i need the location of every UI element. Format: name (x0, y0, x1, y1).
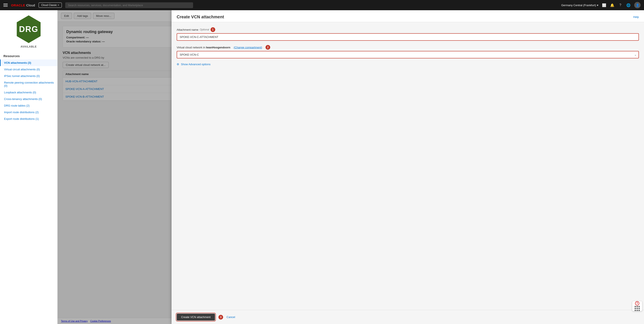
modal-footer: Create VCN attachment 3 Cancel (172, 310, 644, 324)
globe-icon[interactable]: 🌐 (626, 3, 631, 8)
vcn-select-wrapper: SPOKE-VCN-C (177, 51, 639, 58)
filter-icon: ⚙ (177, 63, 179, 66)
hamburger-menu[interactable] (4, 4, 8, 6)
create-vcn-attachment-button[interactable]: Create VCN attachment (177, 314, 215, 320)
content-area: Edit Add tags Move reso... Dynamic routi… (58, 10, 644, 324)
cancel-button[interactable]: Cancel (226, 316, 235, 319)
chevron-down-icon: ▾ (597, 4, 598, 7)
step-2-badge: 2 (266, 45, 270, 50)
modal-overlay: Create VCN attachment Help Attachment na… (58, 10, 644, 324)
attachment-name-input[interactable] (177, 33, 639, 41)
help-widget[interactable]: ? (632, 301, 642, 311)
step-1-badge: 1 (210, 27, 215, 32)
search-input[interactable] (65, 2, 193, 8)
vcn-select-group: Virtual cloud network in IwanHoogendoorn… (177, 45, 639, 58)
vcn-label: Virtual cloud network in IwanHoogendoorn… (177, 45, 639, 50)
sidebar-item-drg-route-tables[interactable]: DRG route tables (2) (0, 102, 57, 109)
sidebar: DRG AVAILABLE Resources VCN attachments … (0, 10, 58, 324)
sidebar-item-cross-tenancy[interactable]: Cross-tenancy attachments (0) (0, 96, 57, 102)
main-layout: DRG AVAILABLE Resources VCN attachments … (0, 10, 644, 324)
console-icon[interactable]: ⬜ (602, 3, 606, 8)
modal-panel: Create VCN attachment Help Attachment na… (172, 10, 644, 324)
sidebar-item-export-route[interactable]: Export route distributions (1) (0, 116, 57, 122)
step-3-badge: 3 (218, 315, 223, 320)
top-navigation: ORACLE Cloud Cloud Classic > Germany Cen… (0, 0, 644, 10)
help-icon[interactable]: ? (618, 3, 623, 8)
help-widget-icon: ? (635, 301, 639, 306)
sidebar-item-virtual-circuit[interactable]: Virtual circuit attachments (0) (0, 66, 57, 73)
avatar[interactable]: 👤 (634, 2, 640, 8)
help-widget-dots (634, 306, 640, 311)
attachment-name-label: Attachment name Optional 1 (177, 27, 639, 32)
attachment-name-group: Attachment name Optional 1 (177, 27, 639, 41)
sidebar-item-vcn-attachments[interactable]: VCN attachments (3) (0, 60, 57, 66)
drg-icon-area: DRG AVAILABLE (0, 10, 57, 52)
sidebar-item-import-route[interactable]: Import route distributions (2) (0, 109, 57, 116)
region-selector[interactable]: Germany Central (Frankfurt) ▾ (561, 4, 598, 7)
modal-header: Create VCN attachment Help (172, 10, 644, 22)
change-compartment-link[interactable]: (Change compartment) (234, 46, 262, 49)
oracle-logo: ORACLE Cloud (11, 4, 35, 7)
available-status: AVAILABLE (21, 45, 37, 48)
sidebar-item-remote-peering[interactable]: Remote peering connection attachments (0… (0, 79, 57, 89)
drg-hexagon-icon: DRG (15, 15, 42, 43)
advanced-options-link[interactable]: ⚙ Show Advanced options (177, 63, 639, 66)
nav-right: Germany Central (Frankfurt) ▾ ⬜ 🔔 ? 🌐 👤 (561, 2, 640, 8)
bell-icon[interactable]: 🔔 (610, 3, 614, 8)
modal-help-link[interactable]: Help (633, 15, 639, 18)
vcn-select[interactable]: SPOKE-VCN-C (177, 51, 639, 58)
sidebar-item-loopback[interactable]: Loopback attachments (0) (0, 89, 57, 96)
modal-body: Attachment name Optional 1 Virtual cloud… (172, 22, 644, 310)
cloud-classic-button[interactable]: Cloud Classic > (38, 2, 62, 8)
resources-header: Resources (0, 52, 57, 60)
modal-title: Create VCN attachment (177, 14, 224, 20)
sidebar-item-ipsec[interactable]: IPSec tunnel attachments (0) (0, 73, 57, 79)
